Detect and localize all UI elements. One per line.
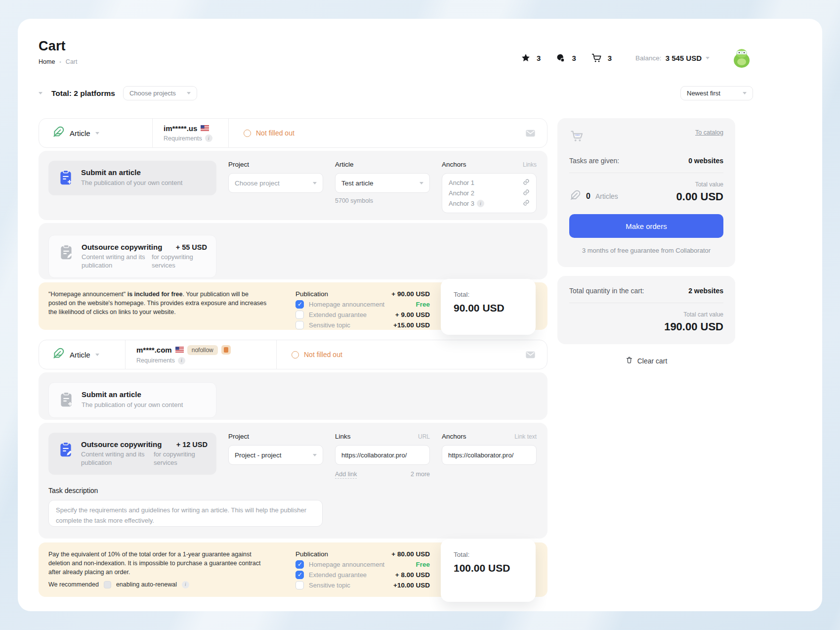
anchors-list[interactable]: Anchor 1 Anchor 2 Anchor 3 i (442, 173, 537, 213)
platform1-submit-block: Submit an article The publication of you… (39, 151, 547, 220)
platform2-type-dropdown[interactable]: Article (39, 347, 125, 362)
submit-article-tile[interactable]: Submit an article The publication of you… (48, 161, 216, 195)
anchor-text-input[interactable] (442, 445, 537, 465)
article-select[interactable]: Test article (335, 173, 430, 193)
clear-cart-button[interactable]: Clear cart (557, 356, 735, 365)
project-label: Project (228, 433, 323, 440)
total-value: 100.00 USD (454, 562, 523, 574)
make-orders-button[interactable]: Make orders (569, 214, 723, 238)
link-icon[interactable] (523, 179, 530, 187)
publication-price: + 80.00 USD (391, 550, 430, 558)
total-label: Total: (454, 291, 523, 298)
link-icon[interactable] (523, 199, 530, 208)
sensitive-topic-checkbox[interactable] (295, 321, 304, 329)
guarantee-note: 3 months of free guarantee from Collabor… (569, 247, 723, 254)
option-row: Homepage announcement Free (295, 299, 430, 310)
clipboard-pencil-icon (58, 244, 75, 263)
option-row: Sensitive topic +10.00 USD (295, 580, 430, 590)
avatar[interactable] (730, 46, 753, 69)
outsource-title: Outsource copywriting (82, 243, 162, 251)
recommend-suffix: enabling auto-renewal (116, 580, 177, 589)
guarantee-text: Pay the equivalent of 10% of the total o… (48, 551, 260, 576)
homepage-announcement-checkbox[interactable] (295, 300, 304, 309)
publication-price: + 90.00 USD (391, 290, 430, 298)
chevron-down-icon (95, 354, 99, 356)
promo-text: "Homepage announcement" is included for … (48, 290, 268, 322)
chevron-down-icon (313, 454, 317, 456)
favorites-counter[interactable]: 3 (521, 53, 541, 63)
chevron-down-icon (706, 57, 710, 59)
project-select[interactable]: Choose project (228, 173, 323, 193)
feather-icon (52, 126, 65, 140)
breadcrumb-separator: • (59, 59, 61, 65)
status-text: Not filled out (304, 351, 342, 359)
more-links-label: 2 more (411, 471, 430, 479)
option-row: Extended guarantee + 8.00 USD (295, 570, 430, 580)
url-sublabel: URL (418, 433, 430, 440)
platform2-total-card: Total: 100.00 USD (441, 539, 536, 602)
clipboard-plus-icon (57, 169, 74, 188)
sensitive-topic-checkbox[interactable] (295, 581, 304, 589)
envelope-icon[interactable] (525, 128, 536, 139)
option-price: +10.00 USD (393, 582, 430, 589)
collapse-chevron-icon[interactable] (39, 92, 42, 94)
cart-counter[interactable]: 3 (591, 52, 612, 63)
publication-label: Publication (295, 550, 328, 558)
anchor-row[interactable]: Anchor 3 i (449, 198, 530, 209)
info-icon[interactable]: i (477, 200, 484, 207)
platform1-outsource-block: Outsource copywriting + 55 USD Content w… (39, 223, 547, 279)
auto-renewal-checkbox[interactable] (104, 581, 111, 588)
project-select[interactable]: Project - project (228, 445, 323, 465)
note-badge-icon[interactable] (221, 345, 231, 355)
info-icon[interactable]: i (178, 357, 185, 364)
link-icon[interactable] (523, 189, 530, 197)
links-sublabel: Links (523, 161, 537, 168)
platform1-type-label: Article (70, 129, 90, 137)
feather-icon (569, 189, 581, 203)
submit-article-title: Submit an article (82, 390, 207, 399)
submit-article-tile[interactable]: Submit an article The publication of you… (48, 382, 216, 418)
requirements-label: Requirements (164, 135, 202, 142)
extended-guarantee-checkbox[interactable] (295, 311, 304, 319)
info-icon[interactable]: i (205, 135, 212, 142)
homepage-announcement-checkbox[interactable] (295, 560, 304, 569)
add-link-button[interactable]: Add link (335, 471, 357, 479)
link-url-input[interactable] (335, 445, 430, 465)
nofollow-badge: nofollow (187, 345, 218, 355)
favorites-count: 3 (537, 54, 541, 62)
anchors-label: Anchors (442, 161, 466, 168)
messages-counter[interactable]: 3 (555, 53, 576, 63)
platform1-type-dropdown[interactable]: Article (39, 126, 152, 140)
platform1-domain: im*****.us (164, 124, 197, 133)
choose-projects-select[interactable]: Choose projects (123, 86, 197, 100)
anchor-row[interactable]: Anchor 1 (449, 178, 530, 188)
platform1-domain-section: im*****.us Requirements i (153, 124, 228, 142)
requirements-label: Requirements (136, 357, 175, 364)
task-description-textarea[interactable] (48, 500, 323, 527)
outsource-copywriting-tile[interactable]: Outsource copywriting + 12 USD Content w… (48, 433, 216, 475)
anchors-label: Anchors (442, 433, 466, 440)
info-icon[interactable]: i (182, 581, 189, 588)
total-value: 90.00 USD (454, 302, 523, 314)
balance-label: Balance: (635, 54, 662, 62)
anchor-row[interactable]: Anchor 2 (449, 188, 530, 198)
balance[interactable]: Balance: 3 545 USD (635, 54, 710, 62)
extended-guarantee-checkbox[interactable] (295, 571, 304, 579)
title-block: Cart Home • Cart (39, 39, 77, 65)
guarantee-text-block: Pay the equivalent of 10% of the total o… (48, 550, 268, 589)
sort-select[interactable]: Newest first (680, 86, 753, 100)
to-catalog-link[interactable]: To catalog (695, 129, 723, 136)
option-label: Sensitive topic (309, 321, 393, 329)
platform2-status: Not filled out (277, 351, 525, 359)
option-row: Homepage announcement Free (295, 559, 430, 570)
us-flag-icon (175, 346, 184, 354)
envelope-icon[interactable] (525, 349, 536, 360)
outsource-note: for copywriting services (154, 450, 208, 467)
total-value: 0.00 USD (676, 190, 723, 203)
outsource-copywriting-tile[interactable]: Outsource copywriting + 55 USD Content w… (48, 235, 216, 278)
project-field: Project Project - project (228, 433, 323, 465)
anchor-text: Anchor 3 (449, 200, 474, 207)
breadcrumb-home[interactable]: Home (39, 58, 55, 65)
anchors-field: Anchors Links Anchor 1 Anchor 2 (442, 161, 537, 213)
platform2-outsource-block: Outsource copywriting + 12 USD Content w… (39, 423, 547, 539)
